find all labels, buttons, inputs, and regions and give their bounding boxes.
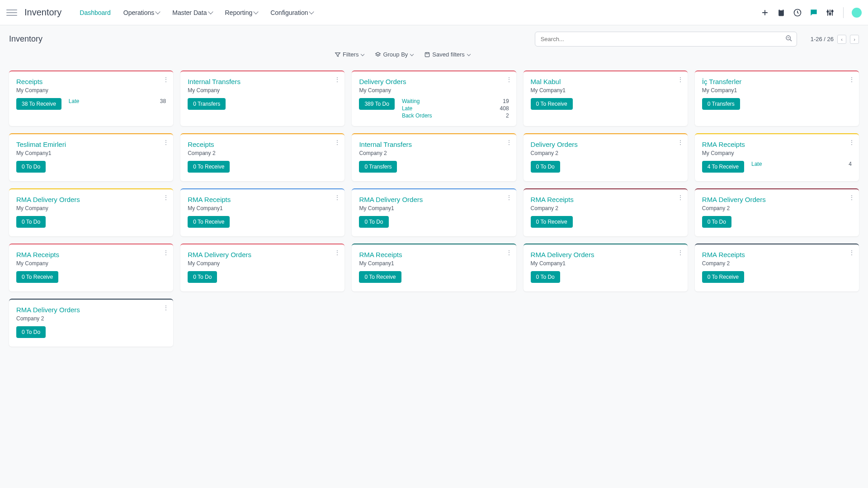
card-title[interactable]: Delivery Orders bbox=[359, 78, 509, 85]
card-title[interactable]: Receipts bbox=[16, 78, 166, 85]
stat-label[interactable]: Late bbox=[402, 105, 412, 112]
card-action-button[interactable]: 0 To Receive bbox=[531, 216, 573, 228]
card-more-icon[interactable]: ⋮ bbox=[163, 139, 169, 146]
operation-card: ⋮RMA ReceiptsCompany 20 To Receive bbox=[524, 188, 688, 236]
card-title[interactable]: Mal Kabul bbox=[531, 78, 680, 85]
card-more-icon[interactable]: ⋮ bbox=[334, 194, 340, 201]
card-more-icon[interactable]: ⋮ bbox=[849, 139, 854, 146]
card-title[interactable]: RMA Receipts bbox=[359, 251, 509, 258]
stat-label[interactable]: Late bbox=[751, 161, 762, 167]
card-action-button[interactable]: 0 To Receive bbox=[359, 271, 401, 283]
card-title[interactable]: Teslimat Emirleri bbox=[16, 141, 166, 148]
card-action-button[interactable]: 389 To Do bbox=[359, 98, 395, 110]
card-more-icon[interactable]: ⋮ bbox=[677, 139, 683, 146]
card-title[interactable]: RMA Delivery Orders bbox=[16, 306, 166, 314]
card-action-button[interactable]: 0 Transfers bbox=[188, 98, 226, 110]
nav-item-configuration[interactable]: Configuration bbox=[270, 9, 313, 16]
card-stats: Waiting19Late408Back Orders2 bbox=[402, 98, 509, 120]
card-more-icon[interactable]: ⋮ bbox=[849, 194, 854, 201]
card-action-button[interactable]: 0 To Receive bbox=[531, 98, 573, 110]
card-action-button[interactable]: 38 To Receive bbox=[16, 98, 61, 110]
card-more-icon[interactable]: ⋮ bbox=[506, 194, 512, 201]
card-action-button[interactable]: 0 To Do bbox=[531, 271, 560, 283]
card-action-button[interactable]: 0 To Receive bbox=[188, 161, 230, 173]
card-more-icon[interactable]: ⋮ bbox=[506, 139, 512, 146]
card-more-icon[interactable]: ⋮ bbox=[163, 304, 169, 311]
search-input[interactable] bbox=[535, 32, 797, 47]
card-more-icon[interactable]: ⋮ bbox=[506, 249, 512, 256]
topbar: Inventory DashboardOperationsMaster Data… bbox=[0, 0, 868, 25]
filters-button[interactable]: Filters bbox=[335, 51, 364, 58]
card-more-icon[interactable]: ⋮ bbox=[677, 194, 683, 201]
card-action-button[interactable]: 0 To Do bbox=[16, 161, 46, 173]
card-more-icon[interactable]: ⋮ bbox=[334, 76, 340, 83]
card-action-button[interactable]: 0 To Do bbox=[16, 216, 46, 228]
card-subtitle: My Company bbox=[16, 205, 166, 211]
card-action-button[interactable]: 0 Transfers bbox=[702, 98, 740, 110]
card-subtitle: Company 2 bbox=[702, 260, 852, 267]
nav-item-operations[interactable]: Operations bbox=[123, 9, 160, 16]
chat-icon[interactable] bbox=[809, 8, 819, 18]
card-title[interactable]: RMA Delivery Orders bbox=[16, 196, 166, 203]
card-more-icon[interactable]: ⋮ bbox=[506, 76, 512, 83]
card-subtitle: Company 2 bbox=[188, 150, 337, 156]
chevron-down-icon bbox=[361, 52, 364, 56]
chevron-down-icon bbox=[156, 9, 160, 14]
card-more-icon[interactable]: ⋮ bbox=[334, 249, 340, 256]
card-action-button[interactable]: 0 To Do bbox=[359, 216, 388, 228]
card-stats: Late4 bbox=[751, 161, 852, 168]
card-more-icon[interactable]: ⋮ bbox=[849, 76, 854, 83]
card-more-icon[interactable]: ⋮ bbox=[677, 249, 683, 256]
card-title[interactable]: Internal Transfers bbox=[188, 78, 337, 85]
card-title[interactable]: RMA Receipts bbox=[16, 251, 166, 258]
nav-item-dashboard[interactable]: Dashboard bbox=[80, 9, 111, 16]
card-title[interactable]: RMA Receipts bbox=[702, 251, 852, 258]
card-action-button[interactable]: 0 To Receive bbox=[702, 271, 744, 283]
stat-label[interactable]: Waiting bbox=[402, 98, 420, 104]
groupby-button[interactable]: Group By bbox=[375, 51, 413, 58]
card-title[interactable]: RMA Delivery Orders bbox=[188, 251, 337, 258]
card-action-button[interactable]: 0 To Do bbox=[188, 271, 217, 283]
stat-label[interactable]: Back Orders bbox=[402, 113, 432, 119]
card-action-button[interactable]: 0 Transfers bbox=[359, 161, 397, 173]
stat-label[interactable]: Late bbox=[69, 98, 79, 104]
card-more-icon[interactable]: ⋮ bbox=[163, 249, 169, 256]
funnel-icon bbox=[335, 52, 341, 58]
topbar-actions bbox=[760, 7, 862, 18]
card-action-button[interactable]: 0 To Receive bbox=[188, 216, 230, 228]
add-icon[interactable] bbox=[760, 8, 770, 18]
card-action-button[interactable]: 4 To Receive bbox=[702, 161, 744, 173]
card-title[interactable]: Delivery Orders bbox=[531, 141, 680, 148]
card-more-icon[interactable]: ⋮ bbox=[849, 249, 854, 256]
card-more-icon[interactable]: ⋮ bbox=[163, 194, 169, 201]
card-title[interactable]: RMA Delivery Orders bbox=[531, 251, 680, 258]
clock-icon[interactable] bbox=[793, 8, 802, 18]
app-title: Inventory bbox=[24, 7, 61, 18]
card-more-icon[interactable]: ⋮ bbox=[334, 139, 340, 146]
card-action-button[interactable]: 0 To Do bbox=[531, 161, 560, 173]
card-title[interactable]: Internal Transfers bbox=[359, 141, 509, 148]
main-nav: DashboardOperationsMaster DataReportingC… bbox=[80, 9, 760, 16]
card-more-icon[interactable]: ⋮ bbox=[677, 76, 683, 83]
avatar[interactable] bbox=[852, 8, 862, 18]
card-title[interactable]: RMA Delivery Orders bbox=[359, 196, 509, 203]
card-action-button[interactable]: 0 To Do bbox=[702, 216, 731, 228]
card-action-button[interactable]: 0 To Do bbox=[16, 326, 46, 338]
nav-item-reporting[interactable]: Reporting bbox=[225, 9, 258, 16]
card-title[interactable]: RMA Receipts bbox=[188, 196, 337, 203]
clipboard-icon[interactable] bbox=[776, 8, 786, 18]
card-title[interactable]: İç Transferler bbox=[702, 78, 852, 85]
pager-next[interactable]: › bbox=[850, 35, 859, 44]
card-more-icon[interactable]: ⋮ bbox=[163, 76, 169, 83]
card-title[interactable]: Receipts bbox=[188, 141, 337, 148]
card-title[interactable]: RMA Delivery Orders bbox=[702, 196, 852, 203]
saved-filters-button[interactable]: Saved filters bbox=[424, 51, 470, 58]
search-zoom-icon[interactable] bbox=[785, 35, 793, 44]
menu-toggle[interactable] bbox=[6, 7, 17, 18]
card-action-button[interactable]: 0 To Receive bbox=[16, 271, 58, 283]
card-title[interactable]: RMA Receipts bbox=[531, 196, 680, 203]
card-title[interactable]: RMA Receipts bbox=[702, 141, 852, 148]
nav-item-master-data[interactable]: Master Data bbox=[172, 9, 212, 16]
pager-prev[interactable]: ‹ bbox=[837, 35, 846, 44]
settings-icon[interactable] bbox=[825, 8, 835, 18]
